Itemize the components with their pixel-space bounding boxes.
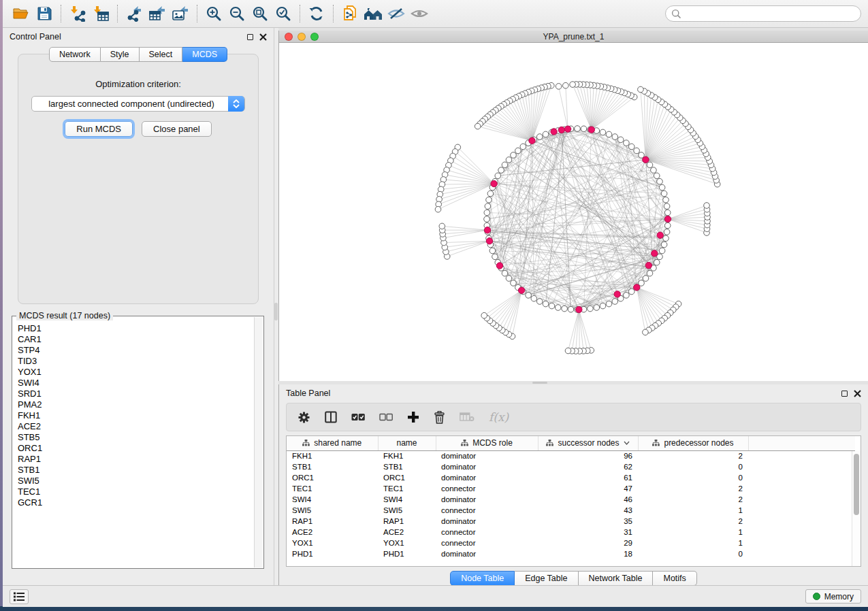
table-cell[interactable]: ACE2	[378, 527, 436, 538]
network-node[interactable]	[511, 152, 517, 159]
table-cell[interactable]: ORC1	[378, 472, 436, 483]
network-node[interactable]	[663, 235, 669, 242]
mcds-result-item[interactable]: TID3	[18, 356, 254, 367]
table-cell[interactable]: dominator	[436, 548, 538, 559]
add-column-icon[interactable]	[407, 411, 419, 423]
open-file-icon[interactable]	[10, 3, 33, 24]
select-all-icon[interactable]	[351, 413, 365, 421]
mcds-node[interactable]	[643, 156, 649, 163]
table-cell[interactable]: 2	[638, 450, 748, 461]
network-node[interactable]	[651, 167, 657, 174]
table-cell[interactable]: 43	[538, 505, 638, 516]
mcds-list-scrollbar[interactable]	[254, 317, 263, 567]
network-node[interactable]	[612, 134, 618, 140]
network-node[interactable]	[659, 184, 665, 191]
network-canvas[interactable]	[279, 43, 868, 381]
tab-select[interactable]: Select	[140, 47, 183, 62]
network-node[interactable]	[562, 306, 568, 312]
mcds-result-item[interactable]: SWI4	[18, 378, 254, 389]
network-node[interactable]	[570, 82, 576, 88]
table-cell[interactable]: STB1	[287, 461, 378, 472]
table-cell[interactable]: TEC1	[287, 483, 378, 494]
tab-node-table[interactable]: Node Table	[450, 571, 515, 586]
network-node[interactable]	[555, 305, 561, 311]
tab-edge-table[interactable]: Edge Table	[515, 571, 578, 586]
table-cell[interactable]: ORC1	[287, 472, 378, 483]
network-node[interactable]	[486, 197, 492, 203]
network-node[interactable]	[568, 306, 574, 312]
close-panel-icon[interactable]	[854, 390, 861, 397]
table-cell[interactable]: 18	[538, 548, 638, 559]
mcds-node[interactable]	[634, 284, 640, 291]
mcds-node[interactable]	[576, 306, 582, 312]
network-node[interactable]	[511, 280, 517, 286]
table-cell[interactable]: YOX1	[287, 538, 378, 548]
mcds-node[interactable]	[652, 250, 658, 257]
table-scrollbar-thumb[interactable]	[854, 454, 859, 515]
network-node[interactable]	[549, 303, 555, 309]
show-all-icon[interactable]	[408, 3, 431, 24]
network-node[interactable]	[526, 293, 532, 299]
table-cell[interactable]: 0	[638, 461, 748, 472]
mcds-node[interactable]	[588, 127, 594, 133]
float-panel-icon[interactable]	[841, 391, 848, 397]
close-panel-button[interactable]: Close panel	[142, 121, 212, 137]
delete-column-trash-icon[interactable]	[434, 411, 445, 424]
table-cell[interactable]: dominator	[436, 450, 538, 461]
import-network-icon[interactable]	[66, 3, 89, 24]
zoom-out-icon[interactable]	[225, 3, 248, 24]
table-cell[interactable]: 31	[538, 527, 638, 538]
mcds-result-item[interactable]: YOX1	[18, 367, 254, 378]
table-cell[interactable]: 46	[538, 494, 638, 505]
table-cell[interactable]: 96	[538, 450, 638, 461]
table-cell[interactable]: connector	[436, 527, 538, 538]
network-node[interactable]	[439, 223, 445, 229]
vertical-splitter[interactable]	[274, 303, 278, 320]
table-row[interactable]: ACE2ACE2connector311	[287, 527, 855, 538]
table-cell[interactable]: 62	[538, 461, 638, 472]
table-cell[interactable]: ACE2	[287, 527, 378, 538]
network-node[interactable]	[536, 299, 543, 305]
mcds-result-item[interactable]: CAR1	[18, 334, 254, 345]
network-node[interactable]	[492, 254, 498, 260]
network-node[interactable]	[495, 173, 501, 179]
network-node[interactable]	[502, 270, 508, 276]
table-cell[interactable]: STB1	[378, 461, 436, 472]
network-node[interactable]	[624, 293, 630, 299]
table-cell[interactable]: 35	[538, 516, 638, 527]
mcds-node[interactable]	[564, 126, 570, 132]
task-history-button[interactable]	[10, 589, 29, 604]
table-cell[interactable]: dominator	[436, 472, 538, 483]
network-node[interactable]	[481, 312, 487, 318]
zoom-fit-icon[interactable]	[248, 3, 272, 24]
tab-style[interactable]: Style	[101, 47, 140, 62]
network-node[interactable]	[588, 306, 594, 312]
table-cell[interactable]: connector	[436, 505, 538, 516]
network-node[interactable]	[485, 203, 491, 210]
network-node[interactable]	[664, 222, 671, 229]
table-scrollbar[interactable]	[852, 451, 861, 566]
network-node[interactable]	[543, 301, 549, 307]
mcds-node[interactable]	[645, 262, 652, 268]
search-input[interactable]	[681, 9, 855, 18]
network-node[interactable]	[515, 148, 521, 154]
column-header-successor-nodes[interactable]: successor nodes	[538, 436, 638, 450]
table-row[interactable]: TEC1TEC1connector472	[287, 483, 855, 494]
network-node[interactable]	[520, 144, 526, 150]
close-panel-icon[interactable]	[259, 33, 267, 41]
first-neighbors-icon[interactable]	[361, 3, 385, 24]
column-header-mcds-role[interactable]: MCDS role	[436, 436, 538, 450]
table-cell[interactable]: FKH1	[287, 450, 378, 461]
network-node[interactable]	[664, 229, 670, 235]
network-node[interactable]	[506, 157, 512, 163]
mcds-result-item[interactable]: ORC1	[18, 443, 254, 454]
network-node[interactable]	[654, 173, 660, 179]
network-node[interactable]	[484, 210, 490, 216]
mcds-result-item[interactable]: STB1	[18, 465, 254, 476]
mcds-node[interactable]	[664, 216, 671, 222]
float-panel-icon[interactable]	[247, 34, 253, 40]
table-cell[interactable]: 47	[538, 483, 638, 494]
mcds-result-item[interactable]: GCR1	[18, 497, 254, 508]
table-cell[interactable]: RAP1	[287, 516, 378, 527]
tab-mcds[interactable]: MCDS	[182, 47, 227, 62]
